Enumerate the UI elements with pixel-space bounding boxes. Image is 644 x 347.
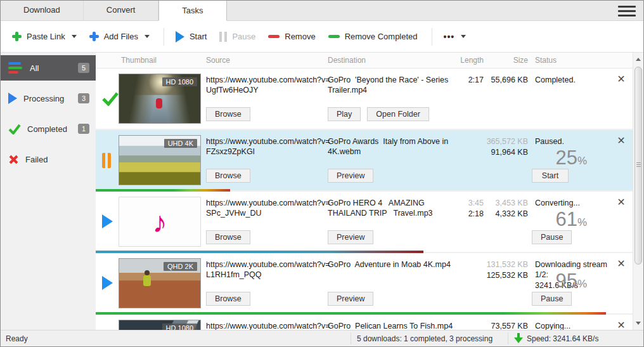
column-header-size[interactable]: Size <box>476 56 528 65</box>
tab-convert[interactable]: Convert <box>84 0 159 20</box>
chevron-down-icon <box>461 35 466 38</box>
all-tasks-icon <box>8 62 23 74</box>
table-row[interactable]: ♪ https://www.youtube.com/watch?v= SPc_J… <box>96 192 633 253</box>
status-cell: Converting... <box>535 198 614 208</box>
chevron-down-icon[interactable] <box>145 35 150 38</box>
remove-completed-icon <box>328 35 340 38</box>
start-button[interactable]: Start <box>171 27 212 46</box>
table-row[interactable]: HD 1080 https://www.youtube.com/watch?v=… <box>96 69 633 130</box>
menu-hamburger-icon[interactable] <box>618 6 636 16</box>
browse-button[interactable]: Browse <box>206 169 250 183</box>
table-header: Thumbnail Source Destination Length Size… <box>96 53 633 69</box>
status-cell: Copying... <box>535 321 614 330</box>
tab-tasks[interactable]: Tasks <box>158 0 226 21</box>
pause-icon <box>219 32 227 42</box>
open-folder-button[interactable]: Open Folder <box>367 107 428 121</box>
tab-download[interactable]: Download <box>1 0 84 20</box>
statusbar-separator <box>351 332 351 344</box>
check-icon <box>8 124 21 134</box>
pause-button[interactable]: Pause <box>532 292 572 306</box>
remove-button[interactable]: Remove <box>263 28 320 45</box>
scroll-down-button[interactable] <box>633 318 644 329</box>
sidebar-item-processing[interactable]: Processing 3 <box>1 86 96 111</box>
status-cell: Completed. <box>535 75 614 85</box>
sidebar-item-completed[interactable]: Completed 1 <box>1 116 96 141</box>
sidebar-item-failed[interactable]: Failed <box>1 147 96 172</box>
play-icon <box>176 31 184 43</box>
sidebar-item-label: Completed <box>27 124 67 134</box>
paused-icon <box>102 153 111 168</box>
add-files-label: Add Files <box>104 32 138 41</box>
quality-badge: HD 1080 <box>162 77 197 86</box>
status-speed: Speed: 3241.64 KB/s <box>527 334 598 343</box>
column-header-status[interactable]: Status <box>535 56 557 65</box>
sidebar: All 5 Processing 3 Completed 1 Failed <box>1 53 96 330</box>
play-button[interactable]: Play <box>328 107 361 121</box>
table-row[interactable]: UHD 4K https://www.youtube.com/watch?v= … <box>96 130 633 192</box>
close-icon[interactable]: ✕ <box>614 72 628 86</box>
chevron-down-icon[interactable] <box>72 35 77 38</box>
video-thumbnail: UHD 4K <box>119 135 201 185</box>
destination-filename: GoPro Pelican Learns To Fish.mp4 <box>328 321 454 330</box>
column-header-source[interactable]: Source <box>206 56 230 65</box>
vertical-scrollbar[interactable] <box>633 53 643 330</box>
more-menu-button[interactable]: ••• <box>439 28 472 46</box>
more-dots-icon: ••• <box>444 32 455 42</box>
video-thumbnail: HD 1080 <box>119 74 201 124</box>
preview-button[interactable]: Preview <box>328 230 373 244</box>
size-cell: 55,696 KB <box>476 75 528 86</box>
sidebar-item-label: Processing <box>23 94 64 103</box>
browse-button[interactable]: Browse <box>206 107 250 121</box>
quality-badge: UHD 4K <box>164 139 197 148</box>
app-window: Download Convert Tasks Paste Link Add Fi… <box>0 0 644 347</box>
arrow-up-icon <box>636 58 641 61</box>
arrow-down-icon <box>636 322 641 325</box>
destination-filename: GoPro HERO 4 AMAZING THAILAND TRIP Trave… <box>328 198 454 219</box>
table-row[interactable]: QHD 2K https://www.youtube.com/watch?v= … <box>96 253 633 315</box>
video-thumbnail: QHD 2K <box>119 258 201 308</box>
sidebar-item-all[interactable]: All 5 <box>1 55 96 81</box>
add-files-button[interactable]: Add Files <box>84 28 155 45</box>
tab-bar: Download Convert Tasks <box>1 1 643 21</box>
preview-button[interactable]: Preview <box>328 169 373 183</box>
audio-thumbnail: ♪ <box>119 197 201 247</box>
destination-filename: GoPro Awards Italy from Above in 4K.webm <box>328 136 454 157</box>
preview-button[interactable]: Preview <box>328 292 373 306</box>
video-thumbnail: HD 1080 <box>119 320 201 330</box>
pause-button[interactable]: Pause <box>532 230 572 244</box>
content-area: All 5 Processing 3 Completed 1 Failed <box>1 53 643 330</box>
source-url: https://www.youtube.com/watch?v= SPc_JVH… <box>206 198 326 219</box>
paste-link-label: Paste Link <box>27 32 65 41</box>
destination-filename: GoPro 'Beyond the Race' - Series Trailer… <box>328 75 454 96</box>
music-note-icon: ♪ <box>153 207 167 237</box>
close-icon[interactable]: ✕ <box>614 195 628 209</box>
table-body: HD 1080 https://www.youtube.com/watch?v=… <box>96 69 633 330</box>
scroll-up-button[interactable] <box>633 54 644 65</box>
paste-link-button[interactable]: Paste Link <box>7 28 82 45</box>
count-badge: 1 <box>78 124 89 134</box>
destination-filename: GoPro Adventure in Moab 4K.mp4 <box>328 259 454 270</box>
toolbar-separator <box>164 28 164 46</box>
remove-completed-label: Remove Completed <box>345 32 418 41</box>
start-button[interactable]: Start <box>532 169 569 183</box>
size-cell: 73,557 KB <box>476 321 528 330</box>
remove-completed-button[interactable]: Remove Completed <box>323 28 423 45</box>
scrollbar-grip-icon <box>636 162 641 168</box>
column-header-destination[interactable]: Destination <box>328 56 366 65</box>
progress-percent: 95% <box>508 270 587 292</box>
browse-button[interactable]: Browse <box>206 292 250 306</box>
close-icon[interactable]: ✕ <box>614 257 628 271</box>
pause-label: Pause <box>232 32 255 41</box>
close-icon[interactable]: ✕ <box>614 318 628 330</box>
column-header-thumbnail[interactable]: Thumbnail <box>121 56 157 65</box>
source-url: https://www.youtube.com/watch?v= L1RH1fm… <box>206 259 326 280</box>
close-icon[interactable]: ✕ <box>614 134 628 148</box>
speed-down-arrow-icon <box>514 333 523 344</box>
scrollbar-thumb[interactable] <box>634 67 642 265</box>
browse-button[interactable]: Browse <box>206 230 250 244</box>
status-bar: Ready 5 downloads: 1 completed, 3 proces… <box>1 330 643 346</box>
remove-icon <box>268 35 280 38</box>
quality-badge: HD 1080 <box>162 324 197 330</box>
table-row[interactable]: HD 1080 https://www.youtube.com/watch?v=… <box>96 315 633 330</box>
remove-label: Remove <box>285 32 315 41</box>
